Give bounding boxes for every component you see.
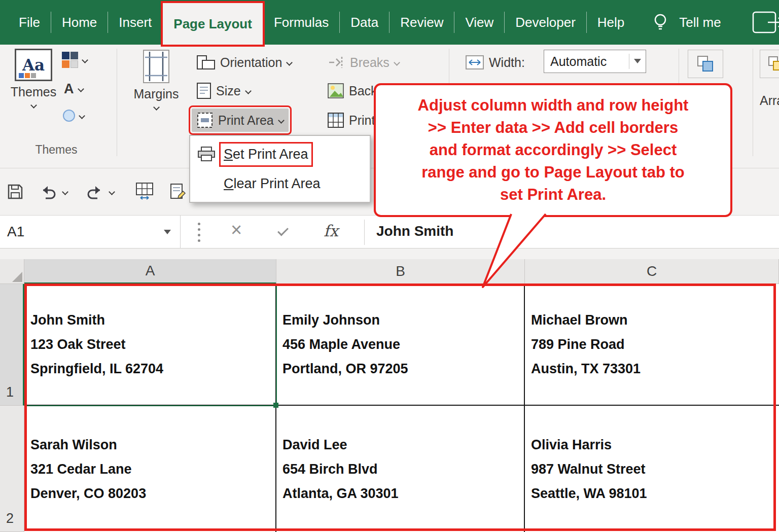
cell-line: Olivia Harris [531, 433, 779, 457]
arrange-button-cropped[interactable] [760, 50, 779, 78]
cell-line: Seattle, WA 98101 [531, 481, 779, 506]
table-resize-button[interactable] [136, 183, 153, 202]
tab-tell-me[interactable]: Tell me [668, 0, 731, 45]
save-icon [7, 184, 23, 200]
tab-developer[interactable]: Developer [505, 0, 586, 45]
chevron-down-icon[interactable] [62, 189, 68, 195]
tab-file[interactable]: File [8, 0, 51, 45]
formula-bar-drag-handle[interactable] [198, 223, 200, 242]
themes-aa-icon: Aa [15, 49, 52, 81]
cell-line: 321 Cedar Lane [30, 457, 275, 481]
column-header-A[interactable]: A [24, 259, 276, 284]
select-all-corner[interactable] [0, 259, 24, 284]
breaks-button: Breaks [323, 51, 404, 74]
theme-effects-button[interactable] [63, 110, 84, 122]
table-resize-icon [136, 183, 153, 200]
print-area-button[interactable]: Print Area [192, 109, 289, 132]
tab-home[interactable]: Home [51, 0, 108, 45]
chevron-down-icon [394, 59, 400, 66]
cell-B2[interactable]: David Lee 654 Birch Blvd Atlanta, GA 303… [276, 406, 525, 532]
undo-icon [40, 185, 58, 200]
sheet-top-spacer [0, 249, 779, 259]
chevron-down-icon [30, 102, 37, 109]
cell-line: Denver, CO 80203 [30, 481, 275, 506]
chevron-down-icon[interactable] [109, 189, 115, 195]
size-button[interactable]: Size [192, 79, 256, 102]
menu-item-set-print-area[interactable]: Set Print Area [190, 139, 370, 169]
printer-icon [197, 146, 216, 162]
cell-line: 654 Birch Blvd [282, 457, 524, 481]
callout-line: >> Enter data >> Add cell borders [376, 117, 730, 139]
share-icon[interactable] [752, 0, 779, 45]
cell-A2[interactable]: Sarah Wilson 321 Cedar Lane Denver, CO 8… [24, 406, 276, 532]
undo-button[interactable] [40, 185, 58, 202]
width-value: Automatic [550, 54, 607, 69]
width-automatic-combobox[interactable]: Automatic [544, 50, 646, 73]
bring-forward-button[interactable] [688, 50, 723, 78]
combobox-dropdown-zone[interactable] [629, 54, 646, 69]
formula-content[interactable]: John Smith [376, 223, 453, 239]
cell-line: Portland, OR 97205 [282, 357, 524, 381]
chevron-down-icon [79, 113, 85, 119]
cell-line: 987 Walnut Street [531, 457, 779, 481]
tab-help[interactable]: Help [587, 0, 635, 45]
menu-item-clear-print-area[interactable]: Clear Print Area [190, 169, 370, 198]
tab-view[interactable]: View [454, 0, 504, 45]
cell-line: 789 Pine Road [531, 332, 779, 357]
lightbulb-icon [652, 0, 668, 45]
group-separator [753, 49, 753, 156]
callout-line: range and go to Page Layout tab to [376, 161, 730, 184]
cell-grid: John Smith 123 Oak Street Springfield, I… [24, 284, 779, 532]
tab-page-layout[interactable]: Page Layout [163, 3, 263, 45]
name-box-caret-icon[interactable] [164, 230, 171, 234]
cell-line: John Smith [30, 308, 275, 332]
sheet-edit-button[interactable] [170, 183, 187, 202]
enter-icon[interactable] [277, 225, 289, 236]
theme-fonts-button[interactable]: A [64, 81, 83, 97]
width-icon [466, 55, 484, 69]
redo-button[interactable] [85, 185, 103, 202]
cell-line: Atlanta, GA 30301 [282, 481, 524, 506]
formula-bar-divider [364, 220, 365, 245]
tab-insert[interactable]: Insert [108, 0, 162, 45]
name-box-value: A1 [7, 224, 24, 240]
tab-review[interactable]: Review [390, 0, 454, 45]
ribbon-tab-bar: File Home Insert Page Layout Formulas Da… [0, 0, 779, 45]
clear-print-area-label: Clear Print Area [224, 176, 321, 192]
chevron-down-icon [245, 88, 252, 94]
print-area-icon [197, 112, 213, 128]
margins-button[interactable]: Margins [125, 50, 188, 110]
caret-down-icon [634, 59, 641, 63]
row-header-1[interactable]: 1 [0, 284, 24, 406]
column-header-B[interactable]: B [276, 259, 525, 284]
row-header-2[interactable]: 2 [0, 406, 24, 532]
name-box[interactable]: A1 [0, 216, 181, 248]
insert-function-icon[interactable]: fx [324, 222, 338, 240]
cell-C1[interactable]: Michael Brown 789 Pine Road Austin, TX 7… [525, 284, 779, 406]
theme-colors-button[interactable] [62, 52, 87, 68]
save-button[interactable] [7, 184, 23, 202]
themes-button[interactable]: Aa Themes [8, 49, 59, 108]
theme-effects-icon [63, 110, 75, 122]
cancel-icon[interactable]: × [231, 219, 242, 241]
chevron-down-icon [78, 86, 84, 92]
callout-line: Adjust column width and row height [376, 94, 730, 117]
size-icon [197, 83, 211, 99]
column-header-C[interactable]: C [525, 259, 779, 284]
print-area-menu: Set Print Area Clear Print Area [189, 135, 371, 203]
bring-forward-icon [696, 55, 715, 73]
cell-B1[interactable]: Emily Johnson 456 Maple Avenue Portland,… [276, 284, 525, 406]
themes-button-label: Themes [11, 85, 56, 99]
cell-line: Springfield, IL 62704 [30, 357, 275, 381]
arrange-label: Arrange [760, 93, 779, 108]
print-area-label: Print Area [218, 113, 274, 128]
cell-A1[interactable]: John Smith 123 Oak Street Springfield, I… [24, 284, 276, 406]
redo-icon [85, 185, 103, 200]
themes-group-label: Themes [0, 143, 113, 157]
excel-window: File Home Insert Page Layout Formulas Da… [0, 0, 779, 532]
orientation-button[interactable]: Orientation [192, 51, 297, 74]
breaks-label: Breaks [350, 55, 390, 70]
tab-data[interactable]: Data [340, 0, 389, 45]
cell-C2[interactable]: Olivia Harris 987 Walnut Street Seattle,… [525, 406, 779, 532]
tab-formulas[interactable]: Formulas [263, 0, 339, 45]
